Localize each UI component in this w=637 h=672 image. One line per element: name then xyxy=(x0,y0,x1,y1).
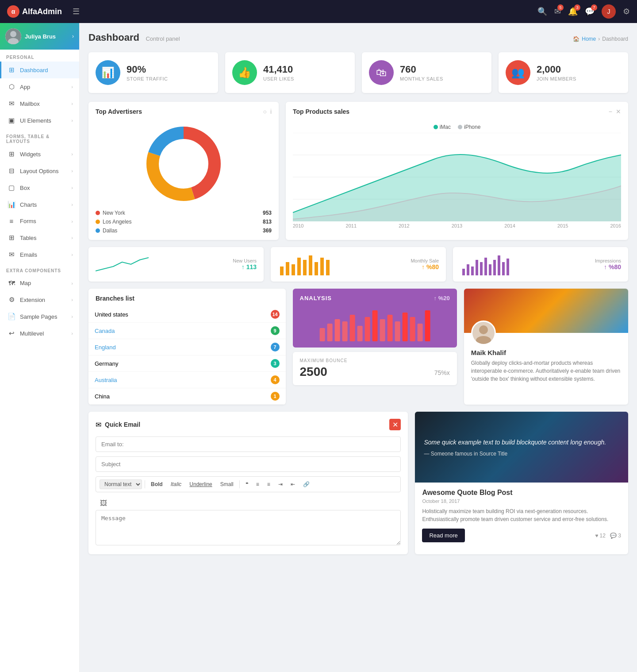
analysis-bar-chart xyxy=(300,306,450,341)
donut-chart-wrap xyxy=(88,120,279,210)
breadcrumb-current: Dashboard xyxy=(602,36,628,42)
map-icon: 🗺 xyxy=(8,279,15,287)
sidebar-item-multilevel[interactable]: ↩ Multilevel › xyxy=(0,325,79,342)
branch-badge-ca: 9 xyxy=(223,323,286,339)
bell-button[interactable]: 🔔 3 xyxy=(568,7,578,16)
read-more-button[interactable]: Read more xyxy=(422,529,464,542)
menu-toggle-icon[interactable]: ☰ xyxy=(73,7,80,16)
stat-card-traffic: 📊 90% STORE TRAFFIC xyxy=(88,52,218,93)
stat-label-sales: MONTHLY SALES xyxy=(400,76,443,81)
mail-button[interactable]: ✉ 5 xyxy=(554,7,561,16)
products-header: Top Products sales − ✕ xyxy=(286,102,628,120)
impressions-info: Impressions ↑ %80 xyxy=(595,258,621,270)
sidebar-item-app[interactable]: ⬡ App › xyxy=(0,78,79,95)
small-button[interactable]: Small xyxy=(217,480,237,489)
advertisers-circle-icon[interactable]: ○ xyxy=(263,108,266,115)
svg-rect-21 xyxy=(326,260,330,275)
outdent-button[interactable]: ⇤ xyxy=(288,480,298,489)
sidebar-item-ui-elements[interactable]: ▣ UI Elements › xyxy=(0,112,79,129)
sidebar-item-widgets[interactable]: ⊞ Widgets › xyxy=(0,146,79,162)
chat-button[interactable]: 💬 7 xyxy=(585,7,595,16)
sidebar-item-box[interactable]: ▢ Box › xyxy=(0,179,79,196)
subject-input[interactable] xyxy=(96,456,401,472)
svg-rect-47 xyxy=(425,310,430,341)
blog-likes: ♥ 12 xyxy=(595,533,606,539)
sidebar-item-forms[interactable]: ≡ Forms › xyxy=(0,213,79,229)
impressions-chart xyxy=(460,253,590,275)
qe-header: ✉ Quick Email ✕ xyxy=(96,419,401,430)
svg-rect-35 xyxy=(334,319,340,341)
toolbar-sep-2 xyxy=(239,480,240,488)
new-users-value: ↑ 113 xyxy=(233,263,257,270)
bounce-label: MAXIMUM BOUNCE xyxy=(300,358,450,363)
advertisers-info-icon[interactable]: i xyxy=(270,108,272,115)
sidebar-item-map[interactable]: 🗺 Map › xyxy=(0,275,79,291)
sidebar-label-mailbox: Mailbox xyxy=(20,100,67,107)
products-close-icon[interactable]: ✕ xyxy=(616,108,621,115)
mini-card-new-users: New Users ↑ 113 xyxy=(88,247,264,282)
advertisers-products-row: Top Advertisers ○ i xyxy=(88,102,628,240)
new-users-chart xyxy=(96,253,227,275)
qe-close-button[interactable]: ✕ xyxy=(389,419,401,430)
sidebar-item-dashboard[interactable]: ⊞ Dashboard xyxy=(0,62,79,78)
sidebar-label-app: App xyxy=(20,84,67,90)
blockquote-button[interactable]: ❝ xyxy=(242,480,251,489)
format-select[interactable]: Normal text xyxy=(100,479,142,489)
advertisers-title: Top Advertisers xyxy=(96,108,142,115)
user-avatar[interactable]: J xyxy=(602,4,616,19)
underline-button[interactable]: Underline xyxy=(186,480,215,489)
settings-button[interactable]: ⚙ xyxy=(623,7,630,16)
branch-name-ca: Canada xyxy=(88,323,223,339)
sidebar-label-extension: Extension xyxy=(20,297,67,303)
sidebar-item-sample-pages[interactable]: 📄 Sample Pages › xyxy=(0,308,79,325)
stat-label-traffic: STORE TRAFFIC xyxy=(127,76,168,81)
svg-point-49 xyxy=(479,325,488,334)
svg-rect-29 xyxy=(493,260,496,275)
stat-cards: 📊 90% STORE TRAFFIC 👍 41,410 USER LIKES … xyxy=(88,52,628,93)
table-row: Germany 3 xyxy=(88,355,286,372)
sidebar-item-layout-options[interactable]: ⊟ Layout Options › xyxy=(0,162,79,179)
svg-rect-20 xyxy=(320,258,324,275)
image-button[interactable]: 🖼 xyxy=(96,497,401,510)
charts-icon: 📊 xyxy=(8,201,15,209)
products-area-chart xyxy=(293,133,621,221)
products-actions: − ✕ xyxy=(609,108,621,115)
products-minimize-icon[interactable]: − xyxy=(609,108,612,115)
bounce-pct: 75%x xyxy=(434,369,450,376)
unordered-list-button[interactable]: ≡ xyxy=(264,480,273,489)
bold-button[interactable]: Bold xyxy=(148,480,166,489)
analysis-card: ANALYSIS ↑ %20 xyxy=(293,289,457,348)
sidebar-item-tables[interactable]: ⊞ Tables › xyxy=(0,229,79,246)
sidebar-item-extension[interactable]: ⚙ Extension › xyxy=(0,291,79,308)
indent-button[interactable]: ⇥ xyxy=(275,480,286,489)
blog-title: Awesome Quote Blog Post xyxy=(422,489,621,497)
sidebar-item-mailbox[interactable]: ✉ Mailbox › xyxy=(0,95,79,112)
sidebar-label-multilevel: Multilevel xyxy=(20,330,67,337)
email-to-input[interactable] xyxy=(96,436,401,452)
branch-name-de: Germany xyxy=(88,355,223,372)
sidebar-label-emails: Emails xyxy=(20,251,67,258)
sidebar-item-emails[interactable]: ✉ Emails › xyxy=(0,246,79,263)
ui-elements-icon: ▣ xyxy=(8,116,15,124)
bounce-card: MAXIMUM BOUNCE 75%x 2500 xyxy=(293,352,457,385)
ordered-list-button[interactable]: ≡ xyxy=(253,480,262,489)
stat-label-likes: USER LIKES xyxy=(263,76,294,81)
blog-card: Some quick example text to build blockqu… xyxy=(415,412,628,554)
svg-rect-13 xyxy=(280,266,284,275)
sidebar-user[interactable]: Juliya Brus › xyxy=(0,23,79,50)
blog-image: Some quick example text to build blockqu… xyxy=(415,412,628,483)
emails-arrow-icon: › xyxy=(71,252,73,257)
sidebar-item-charts[interactable]: 📊 Charts › xyxy=(0,196,79,213)
monthly-sale-value: ↑ %80 xyxy=(411,263,439,270)
breadcrumb-home[interactable]: Home xyxy=(582,36,596,42)
profile-avatar xyxy=(471,321,496,345)
svg-rect-23 xyxy=(467,264,469,275)
link-button[interactable]: 🔗 xyxy=(300,480,313,489)
italic-button[interactable]: Italic xyxy=(168,480,185,489)
search-button[interactable]: 🔍 xyxy=(537,7,547,16)
sidebar-label-forms: Forms xyxy=(20,218,67,224)
message-textarea[interactable] xyxy=(96,510,401,545)
stat-info-sales: 760 MONTHLY SALES xyxy=(400,64,443,81)
branch-name-cn: China xyxy=(88,388,223,405)
new-users-label: New Users xyxy=(233,258,257,263)
